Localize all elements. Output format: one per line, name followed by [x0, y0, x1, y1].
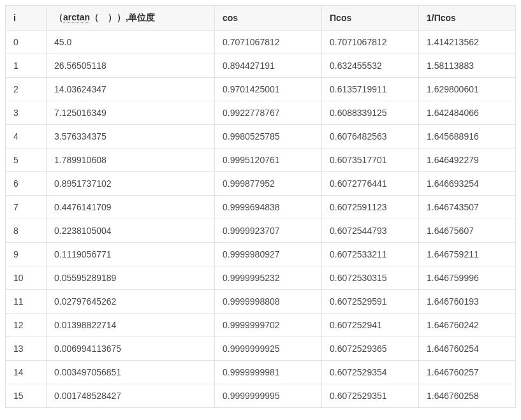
- cell-cos: 0.9999999995: [215, 384, 322, 408]
- cell-inv: 1.642484066: [419, 101, 516, 125]
- cell-cos: 0.999877952: [215, 172, 322, 196]
- cell-cos: 0.9922778767: [215, 101, 322, 125]
- cell-cos: 0.9999999702: [215, 314, 322, 337]
- cell-inv: 1.646760254: [419, 337, 516, 361]
- cell-arctan: 0.01398822714: [47, 314, 215, 337]
- cell-pcos: 0.6072529351: [322, 384, 419, 408]
- col-header-inv-pcos: 1/Πcos: [419, 6, 516, 31]
- cell-i: 3: [6, 101, 47, 125]
- cell-i: 13: [6, 337, 47, 361]
- table-row: 90.11190567710.99999809270.60725332111.6…: [6, 243, 516, 266]
- cell-i: 7: [6, 196, 47, 219]
- col-header-cos: cos: [215, 6, 322, 31]
- cell-arctan: 0.006994113675: [47, 337, 215, 361]
- table-row: 37.1250163490.99227787670.60883391251.64…: [6, 101, 516, 125]
- cell-arctan: 0.2238105004: [47, 219, 215, 243]
- cell-inv: 1.646492279: [419, 148, 516, 172]
- cell-cos: 0.9701425001: [215, 78, 322, 101]
- cell-arctan: 3.576334375: [47, 125, 215, 148]
- cell-inv: 1.646759996: [419, 266, 516, 290]
- table-header-row: i （arctan（ ））,单位度 cos Πcos 1/Πcos: [6, 6, 516, 31]
- table-row: 045.00.70710678120.70710678121.414213562: [6, 31, 516, 54]
- cell-inv: 1.646760257: [419, 361, 516, 384]
- cell-cos: 0.9995120761: [215, 148, 322, 172]
- cell-arctan: 7.125016349: [47, 101, 215, 125]
- cell-cos: 0.9980525785: [215, 125, 322, 148]
- cell-pcos: 0.6072529591: [322, 290, 419, 314]
- table-row: 126.565051180.8944271910.6324555321.5811…: [6, 54, 516, 78]
- cell-arctan: 14.03624347: [47, 78, 215, 101]
- cell-pcos: 0.6072530315: [322, 266, 419, 290]
- cell-arctan: 0.05595289189: [47, 266, 215, 290]
- cell-arctan: 0.4476141709: [47, 196, 215, 219]
- cell-i: 9: [6, 243, 47, 266]
- cell-inv: 1.646743507: [419, 196, 516, 219]
- cell-i: 15: [6, 384, 47, 408]
- cell-pcos: 0.6088339125: [322, 101, 419, 125]
- cell-cos: 0.7071067812: [215, 31, 322, 54]
- table-row: 43.5763343750.99805257850.60764825631.64…: [6, 125, 516, 148]
- cell-arctan: 1.789910608: [47, 148, 215, 172]
- cell-inv: 1.645688916: [419, 125, 516, 148]
- cell-i: 14: [6, 361, 47, 384]
- cell-inv: 1.646693254: [419, 172, 516, 196]
- cell-cos: 0.9999923707: [215, 219, 322, 243]
- cell-pcos: 0.6076482563: [322, 125, 419, 148]
- cell-cos: 0.894427191: [215, 54, 322, 78]
- cell-i: 1: [6, 54, 47, 78]
- table-row: 214.036243470.97014250010.61357199111.62…: [6, 78, 516, 101]
- cell-cos: 0.9999998808: [215, 290, 322, 314]
- cell-pcos: 0.7071067812: [322, 31, 419, 54]
- cell-cos: 0.9999995232: [215, 266, 322, 290]
- cordic-table: i （arctan（ ））,单位度 cos Πcos 1/Πcos 045.00…: [5, 5, 516, 408]
- table-row: 150.0017485284270.99999999950.6072529351…: [6, 384, 516, 408]
- table-row: 100.055952891890.99999952320.60725303151…: [6, 266, 516, 290]
- table-row: 70.44761417090.99996948380.60725911231.6…: [6, 196, 516, 219]
- cell-pcos: 0.632455532: [322, 54, 419, 78]
- cell-pcos: 0.6072533211: [322, 243, 419, 266]
- cell-arctan: 26.56505118: [47, 54, 215, 78]
- cell-i: 10: [6, 266, 47, 290]
- cell-arctan: 45.0: [47, 31, 215, 54]
- cell-inv: 1.646759211: [419, 243, 516, 266]
- cell-pcos: 0.6135719911: [322, 78, 419, 101]
- cell-cos: 0.9999999925: [215, 337, 322, 361]
- cell-i: 5: [6, 148, 47, 172]
- cell-i: 6: [6, 172, 47, 196]
- cell-i: 0: [6, 31, 47, 54]
- table-row: 51.7899106080.99951207610.60735177011.64…: [6, 148, 516, 172]
- cell-pcos: 0.6072529354: [322, 361, 419, 384]
- table-row: 80.22381050040.99999237070.60725447931.6…: [6, 219, 516, 243]
- cell-inv: 1.646760193: [419, 290, 516, 314]
- table-row: 130.0069941136750.99999999250.6072529365…: [6, 337, 516, 361]
- cell-inv: 1.646760242: [419, 314, 516, 337]
- table-row: 120.013988227140.99999997020.6072529411.…: [6, 314, 516, 337]
- table-body: 045.00.70710678120.70710678121.414213562…: [6, 31, 516, 408]
- cell-arctan: 0.1119056771: [47, 243, 215, 266]
- cell-pcos: 0.6073517701: [322, 148, 419, 172]
- cell-pcos: 0.6072529365: [322, 337, 419, 361]
- cell-inv: 1.414213562: [419, 31, 516, 54]
- cell-cos: 0.9999999981: [215, 361, 322, 384]
- cell-arctan: 0.02797645262: [47, 290, 215, 314]
- cell-cos: 0.9999980927: [215, 243, 322, 266]
- cell-inv: 1.629800601: [419, 78, 516, 101]
- table-row: 140.0034970568510.99999999810.6072529354…: [6, 361, 516, 384]
- cell-arctan: 0.003497056851: [47, 361, 215, 384]
- cell-i: 11: [6, 290, 47, 314]
- col-header-arctan: （arctan（ ））,单位度: [47, 6, 215, 31]
- cell-i: 4: [6, 125, 47, 148]
- col-header-arctan-post: （ ））,单位度: [90, 12, 155, 22]
- col-header-arctan-pre: （: [54, 12, 63, 22]
- cell-i: 2: [6, 78, 47, 101]
- cell-cos: 0.9999694838: [215, 196, 322, 219]
- cell-inv: 1.64675607: [419, 219, 516, 243]
- cell-pcos: 0.607252941: [322, 314, 419, 337]
- cell-pcos: 0.6072776441: [322, 172, 419, 196]
- cell-i: 8: [6, 219, 47, 243]
- table-row: 60.89517371020.9998779520.60727764411.64…: [6, 172, 516, 196]
- cell-pcos: 0.6072591123: [322, 196, 419, 219]
- cell-i: 12: [6, 314, 47, 337]
- col-header-i: i: [6, 6, 47, 31]
- cell-inv: 1.646760258: [419, 384, 516, 408]
